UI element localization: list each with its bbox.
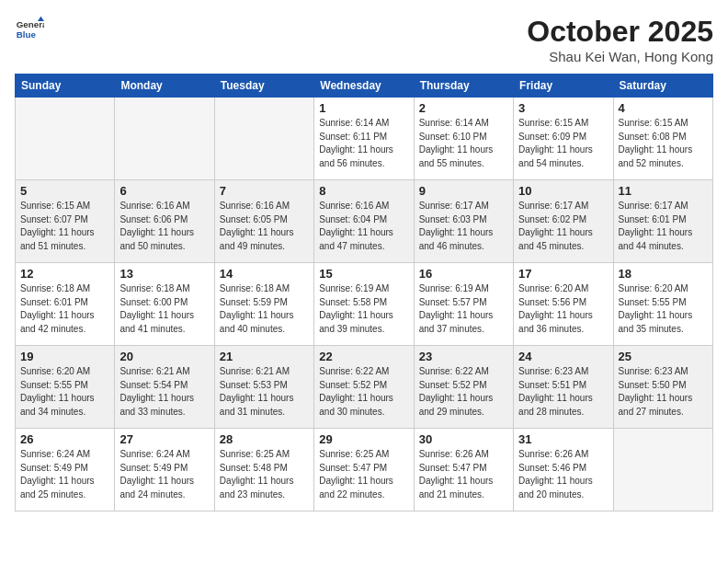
calendar-cell: 2Sunrise: 6:14 AMSunset: 6:10 PMDaylight…	[414, 98, 513, 180]
weekday-header: Saturday	[613, 75, 712, 98]
calendar-cell: 12Sunrise: 6:18 AMSunset: 6:01 PMDayligh…	[16, 263, 115, 346]
logo: General Blue	[15, 15, 44, 44]
calendar-cell: 29Sunrise: 6:25 AMSunset: 5:47 PMDayligh…	[314, 429, 414, 511]
weekday-header: Monday	[115, 75, 214, 98]
day-info: Sunrise: 6:16 AMSunset: 6:06 PMDaylight:…	[119, 200, 209, 253]
day-number: 12	[20, 267, 109, 281]
day-info: Sunrise: 6:22 AMSunset: 5:52 PMDaylight:…	[419, 365, 508, 419]
day-number: 17	[518, 267, 608, 281]
calendar-cell: 6Sunrise: 6:16 AMSunset: 6:06 PMDaylight…	[115, 180, 214, 263]
day-number: 30	[419, 432, 508, 446]
day-number: 4	[619, 101, 708, 115]
day-number: 28	[220, 432, 309, 446]
svg-text:Blue: Blue	[17, 29, 37, 40]
day-info: Sunrise: 6:21 AMSunset: 5:54 PMDaylight:…	[119, 365, 209, 419]
day-info: Sunrise: 6:19 AMSunset: 5:57 PMDaylight:…	[419, 282, 508, 336]
calendar-week-row: 5Sunrise: 6:15 AMSunset: 6:07 PMDaylight…	[16, 180, 713, 263]
day-number: 24	[518, 350, 608, 363]
weekday-header: Wednesday	[314, 75, 414, 98]
day-info: Sunrise: 6:14 AMSunset: 6:10 PMDaylight:…	[419, 117, 508, 170]
day-info: Sunrise: 6:26 AMSunset: 5:47 PMDaylight:…	[419, 448, 508, 501]
day-number: 26	[20, 432, 109, 446]
day-info: Sunrise: 6:23 AMSunset: 5:50 PMDaylight:…	[619, 365, 708, 419]
day-number: 11	[619, 184, 708, 198]
calendar-cell: 8Sunrise: 6:16 AMSunset: 6:04 PMDaylight…	[314, 180, 414, 263]
calendar-cell: 19Sunrise: 6:20 AMSunset: 5:55 PMDayligh…	[16, 346, 115, 429]
day-number: 5	[20, 184, 109, 198]
day-info: Sunrise: 6:16 AMSunset: 6:04 PMDaylight:…	[319, 200, 408, 253]
day-info: Sunrise: 6:17 AMSunset: 6:01 PMDaylight:…	[619, 200, 708, 253]
day-info: Sunrise: 6:25 AMSunset: 5:48 PMDaylight:…	[220, 448, 309, 501]
calendar-cell	[613, 429, 712, 511]
day-number: 19	[20, 350, 109, 363]
calendar-cell: 5Sunrise: 6:15 AMSunset: 6:07 PMDaylight…	[16, 180, 115, 263]
calendar-cell	[16, 98, 115, 180]
calendar-cell: 24Sunrise: 6:23 AMSunset: 5:51 PMDayligh…	[514, 346, 613, 429]
calendar-cell: 3Sunrise: 6:15 AMSunset: 6:09 PMDaylight…	[514, 98, 613, 180]
day-info: Sunrise: 6:20 AMSunset: 5:56 PMDaylight:…	[518, 282, 608, 336]
weekday-header: Tuesday	[214, 75, 313, 98]
day-number: 21	[220, 350, 309, 363]
day-info: Sunrise: 6:22 AMSunset: 5:52 PMDaylight:…	[319, 365, 408, 419]
day-info: Sunrise: 6:17 AMSunset: 6:03 PMDaylight:…	[419, 200, 508, 253]
day-number: 8	[319, 184, 408, 198]
calendar-cell: 17Sunrise: 6:20 AMSunset: 5:56 PMDayligh…	[514, 263, 613, 346]
calendar-cell: 31Sunrise: 6:26 AMSunset: 5:46 PMDayligh…	[514, 429, 613, 511]
header: General Blue October 2025 Shau Kei Wan, …	[15, 15, 713, 64]
calendar-cell: 11Sunrise: 6:17 AMSunset: 6:01 PMDayligh…	[613, 180, 712, 263]
calendar-cell: 27Sunrise: 6:24 AMSunset: 5:49 PMDayligh…	[115, 429, 214, 511]
day-info: Sunrise: 6:25 AMSunset: 5:47 PMDaylight:…	[319, 448, 408, 501]
day-info: Sunrise: 6:21 AMSunset: 5:53 PMDaylight:…	[220, 365, 309, 419]
day-number: 20	[119, 350, 209, 363]
day-info: Sunrise: 6:20 AMSunset: 5:55 PMDaylight:…	[20, 365, 109, 419]
calendar-cell: 22Sunrise: 6:22 AMSunset: 5:52 PMDayligh…	[314, 346, 414, 429]
day-info: Sunrise: 6:15 AMSunset: 6:08 PMDaylight:…	[619, 117, 708, 170]
calendar-cell: 13Sunrise: 6:18 AMSunset: 6:00 PMDayligh…	[115, 263, 214, 346]
calendar-cell: 18Sunrise: 6:20 AMSunset: 5:55 PMDayligh…	[613, 263, 712, 346]
title-area: October 2025 Shau Kei Wan, Hong Kong	[527, 15, 713, 64]
day-number: 18	[619, 267, 708, 281]
day-info: Sunrise: 6:19 AMSunset: 5:58 PMDaylight:…	[319, 282, 408, 336]
weekday-header: Friday	[514, 75, 613, 98]
day-info: Sunrise: 6:14 AMSunset: 6:11 PMDaylight:…	[319, 117, 408, 170]
day-number: 15	[319, 267, 408, 281]
day-info: Sunrise: 6:18 AMSunset: 6:01 PMDaylight:…	[20, 282, 109, 336]
calendar-week-row: 12Sunrise: 6:18 AMSunset: 6:01 PMDayligh…	[16, 263, 713, 346]
calendar-cell: 21Sunrise: 6:21 AMSunset: 5:53 PMDayligh…	[214, 346, 313, 429]
weekday-header: Sunday	[16, 75, 115, 98]
day-number: 13	[119, 267, 209, 281]
day-number: 25	[619, 350, 708, 363]
day-number: 22	[319, 350, 408, 363]
calendar-cell: 14Sunrise: 6:18 AMSunset: 5:59 PMDayligh…	[214, 263, 313, 346]
calendar-cell: 9Sunrise: 6:17 AMSunset: 6:03 PMDaylight…	[414, 180, 513, 263]
calendar-cell: 28Sunrise: 6:25 AMSunset: 5:48 PMDayligh…	[214, 429, 313, 511]
day-number: 14	[220, 267, 309, 281]
day-info: Sunrise: 6:24 AMSunset: 5:49 PMDaylight:…	[119, 448, 209, 501]
calendar: SundayMondayTuesdayWednesdayThursdayFrid…	[15, 74, 713, 511]
calendar-cell: 23Sunrise: 6:22 AMSunset: 5:52 PMDayligh…	[414, 346, 513, 429]
day-number: 2	[419, 101, 508, 115]
day-info: Sunrise: 6:16 AMSunset: 6:05 PMDaylight:…	[220, 200, 309, 253]
day-number: 6	[119, 184, 209, 198]
calendar-cell: 30Sunrise: 6:26 AMSunset: 5:47 PMDayligh…	[414, 429, 513, 511]
day-number: 7	[220, 184, 309, 198]
day-number: 23	[419, 350, 508, 363]
day-info: Sunrise: 6:23 AMSunset: 5:51 PMDaylight:…	[518, 365, 608, 419]
calendar-cell: 10Sunrise: 6:17 AMSunset: 6:02 PMDayligh…	[514, 180, 613, 263]
day-info: Sunrise: 6:18 AMSunset: 5:59 PMDaylight:…	[220, 282, 309, 336]
calendar-cell: 20Sunrise: 6:21 AMSunset: 5:54 PMDayligh…	[115, 346, 214, 429]
day-number: 10	[518, 184, 608, 198]
calendar-cell: 16Sunrise: 6:19 AMSunset: 5:57 PMDayligh…	[414, 263, 513, 346]
day-number: 9	[419, 184, 508, 198]
day-info: Sunrise: 6:26 AMSunset: 5:46 PMDaylight:…	[518, 448, 608, 501]
calendar-week-row: 26Sunrise: 6:24 AMSunset: 5:49 PMDayligh…	[16, 429, 713, 511]
day-info: Sunrise: 6:20 AMSunset: 5:55 PMDaylight:…	[619, 282, 708, 336]
day-number: 1	[319, 101, 408, 115]
day-info: Sunrise: 6:24 AMSunset: 5:49 PMDaylight:…	[20, 448, 109, 501]
calendar-cell: 15Sunrise: 6:19 AMSunset: 5:58 PMDayligh…	[314, 263, 414, 346]
day-info: Sunrise: 6:15 AMSunset: 6:09 PMDaylight:…	[518, 117, 608, 170]
day-number: 3	[518, 101, 608, 115]
day-number: 27	[119, 432, 209, 446]
month-title: October 2025	[527, 15, 713, 49]
day-info: Sunrise: 6:15 AMSunset: 6:07 PMDaylight:…	[20, 200, 109, 253]
